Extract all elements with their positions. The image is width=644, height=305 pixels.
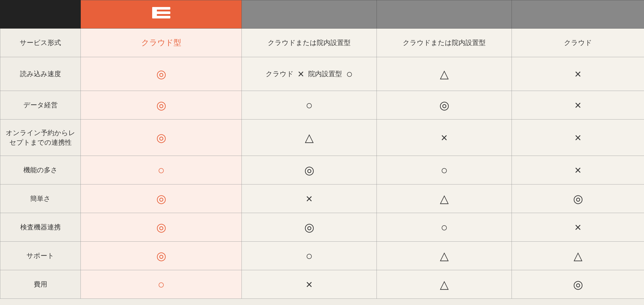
label-simple: 簡単さ [0, 184, 81, 213]
company-c-cell-data: × [512, 91, 644, 120]
comparison-table: サービス形式クラウド型クラウドまたは院内設置型クラウドまたは院内設置型クラウド読… [0, 0, 644, 299]
logo-icon [151, 5, 172, 21]
company-c-cell-service: クラウド [512, 29, 644, 57]
label-equipment: 検査機器連携 [0, 213, 81, 242]
company-c-cell-cost: ◎ [512, 270, 644, 299]
header-company-c [512, 0, 644, 29]
company-c-cell-speed: × [512, 57, 644, 91]
table-row-online: オンライン予約からレセプトまでの連携性◎△×× [0, 120, 644, 156]
company-a-cell-speed: クラウド×院内設置型○ [242, 57, 377, 91]
miniique-cell-speed: ◎ [81, 57, 242, 91]
company-b-cell-speed: △ [377, 57, 512, 91]
header-company-b [377, 0, 512, 29]
company-b-cell-service: クラウドまたは院内設置型 [377, 29, 512, 57]
table-row-equipment: 検査機器連携◎◎○× [0, 213, 644, 242]
miniique-cell-support: ◎ [81, 242, 242, 270]
miniique-logo-svg [151, 5, 172, 21]
speed-cloud-symbol: × [298, 68, 304, 80]
company-a-cell-cost: × [242, 270, 377, 299]
company-b-cell-data: ◎ [377, 91, 512, 120]
header-miniique [81, 0, 242, 29]
table-row-support: サポート◎○△△ [0, 242, 644, 270]
company-c-cell-equipment: × [512, 213, 644, 242]
label-speed: 読み込み速度 [0, 57, 81, 91]
miniique-cell-features: ○ [81, 156, 242, 184]
company-a-cell-support: ○ [242, 242, 377, 270]
company-c-cell-online: × [512, 120, 644, 156]
company-c-cell-simple: ◎ [512, 184, 644, 213]
company-b-cell-support: △ [377, 242, 512, 270]
company-a-cell-data: ○ [242, 91, 377, 120]
speed-cloud-label: クラウド [266, 69, 294, 78]
header-label-cell [0, 0, 81, 29]
comparison-table-container: サービス形式クラウド型クラウドまたは院内設置型クラウドまたは院内設置型クラウド読… [0, 0, 644, 305]
table-row-service: サービス形式クラウド型クラウドまたは院内設置型クラウドまたは院内設置型クラウド [0, 29, 644, 57]
miniique-cell-equipment: ◎ [81, 213, 242, 242]
company-b-cell-cost: △ [377, 270, 512, 299]
company-c-cell-support: △ [512, 242, 644, 270]
company-b-cell-simple: △ [377, 184, 512, 213]
miniique-cell-service: クラウド型 [81, 29, 242, 57]
svg-rect-3 [152, 7, 157, 18]
speed-clinic-label: 院内設置型 [308, 69, 342, 78]
label-support: サポート [0, 242, 81, 270]
company-c-cell-features: × [512, 156, 644, 184]
company-b-cell-features: ○ [377, 156, 512, 184]
speed-clinic-symbol: ○ [346, 68, 353, 80]
label-online: オンライン予約からレセプトまでの連携性 [0, 120, 81, 156]
company-b-cell-online: × [377, 120, 512, 156]
miniique-cell-simple: ◎ [81, 184, 242, 213]
table-row-features: 機能の多さ○◎○× [0, 156, 644, 184]
table-row-cost: 費用○×△◎ [0, 270, 644, 299]
speed-special-content: クラウド×院内設置型○ [246, 68, 372, 80]
company-a-cell-equipment: ◎ [242, 213, 377, 242]
label-service: サービス形式 [0, 29, 81, 57]
miniique-cell-cost: ○ [81, 270, 242, 299]
label-data: データ経営 [0, 91, 81, 120]
miniique-cell-online: ◎ [81, 120, 242, 156]
table-row-speed: 読み込み速度◎クラウド×院内設置型○△× [0, 57, 644, 91]
miniique-cell-data: ◎ [81, 91, 242, 120]
company-a-cell-simple: × [242, 184, 377, 213]
header-company-a [242, 0, 377, 29]
table-row-data: データ経営◎○◎× [0, 91, 644, 120]
label-cost: 費用 [0, 270, 81, 299]
company-a-cell-service: クラウドまたは院内設置型 [242, 29, 377, 57]
label-features: 機能の多さ [0, 156, 81, 184]
company-a-cell-online: △ [242, 120, 377, 156]
company-a-cell-features: ◎ [242, 156, 377, 184]
table-row-simple: 簡単さ◎×△◎ [0, 184, 644, 213]
logo-container [83, 5, 239, 24]
company-b-cell-equipment: ○ [377, 213, 512, 242]
